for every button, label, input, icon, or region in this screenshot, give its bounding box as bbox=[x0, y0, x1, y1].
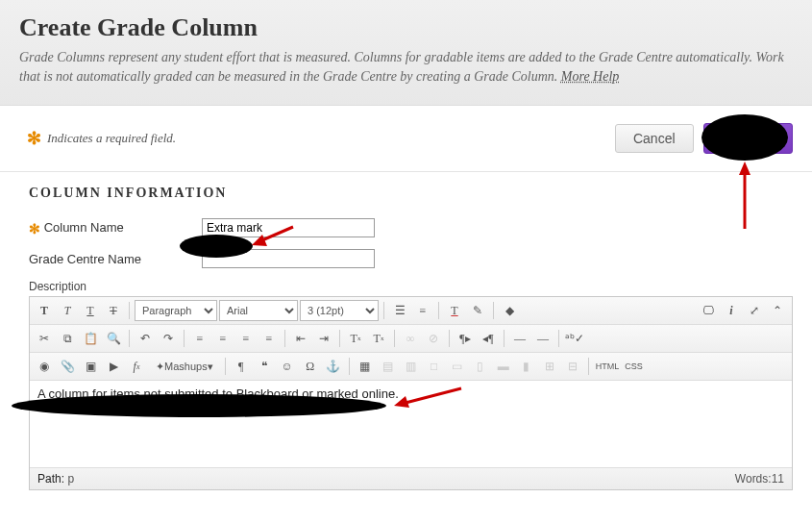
column-name-label-text: Column Name bbox=[44, 220, 124, 235]
attach-icon[interactable]: 📎 bbox=[57, 356, 78, 377]
find-icon[interactable]: 🔍 bbox=[103, 328, 124, 349]
paragraph-select[interactable]: Paragraph bbox=[135, 300, 217, 321]
rtl-icon[interactable]: ◂¶ bbox=[478, 328, 499, 349]
superscript-icon[interactable]: Tx bbox=[345, 328, 366, 349]
hr-icon[interactable]: — bbox=[509, 328, 530, 349]
table-insert-row-icon[interactable]: ▭ bbox=[447, 356, 468, 377]
table-icon[interactable]: ▦ bbox=[355, 356, 376, 377]
rich-text-editor: T T T T Paragraph Arial 3 (12pt) ☰ ≡ T ✎… bbox=[29, 296, 793, 490]
underline-icon[interactable]: T bbox=[80, 300, 101, 321]
text-color-icon[interactable]: T bbox=[444, 300, 465, 321]
size-select[interactable]: 3 (12pt) bbox=[300, 300, 379, 321]
align-right-icon[interactable]: ≡ bbox=[235, 328, 257, 349]
clear-format-icon[interactable]: ◆ bbox=[499, 300, 520, 321]
copy-icon[interactable]: ⧉ bbox=[57, 328, 78, 349]
quote-icon[interactable]: ❝ bbox=[254, 356, 275, 377]
nbsp-icon[interactable]: ― bbox=[532, 328, 554, 349]
info-icon[interactable]: i bbox=[721, 300, 742, 321]
mashups-button[interactable]: ✦ Mashups ▾ bbox=[149, 356, 220, 377]
path-label: Path: bbox=[37, 472, 64, 486]
grade-centre-name-label: Grade Centre Name bbox=[29, 252, 202, 266]
words-value: 11 bbox=[772, 472, 784, 486]
bullet-list-icon[interactable]: ☰ bbox=[389, 300, 410, 321]
italic-icon[interactable]: T bbox=[57, 300, 78, 321]
unlink-icon[interactable]: ⊘ bbox=[423, 328, 444, 349]
subscript-icon[interactable]: Tx bbox=[368, 328, 389, 349]
page-desc-text: Grade Columns represent any student effo… bbox=[19, 50, 784, 84]
number-list-icon[interactable]: ≡ bbox=[412, 300, 433, 321]
table-del-row-icon[interactable]: ▬ bbox=[493, 356, 514, 377]
collapse-icon[interactable]: ⌃ bbox=[767, 300, 788, 321]
more-help-link[interactable]: More Help bbox=[561, 69, 620, 84]
path-value: p bbox=[67, 472, 74, 486]
undo-icon[interactable]: ↶ bbox=[135, 328, 156, 349]
page-description: Grade Columns represent any student effo… bbox=[19, 48, 793, 86]
media-icon[interactable]: ▶ bbox=[103, 356, 124, 377]
fx-icon[interactable]: fx bbox=[126, 356, 147, 377]
description-label: Description bbox=[29, 280, 793, 293]
cut-icon[interactable]: ✂ bbox=[34, 328, 55, 349]
indent-left-icon[interactable]: ⇤ bbox=[290, 328, 311, 349]
table-merge-icon[interactable]: ⊞ bbox=[539, 356, 560, 377]
paste-icon[interactable]: 📋 bbox=[80, 328, 101, 349]
table-cell-icon[interactable]: □ bbox=[424, 356, 445, 377]
indent-right-icon[interactable]: ⇥ bbox=[313, 328, 334, 349]
required-star-icon: ✻ bbox=[27, 128, 41, 149]
column-name-label: ✻ Column Name bbox=[29, 220, 202, 237]
table-del-col-icon[interactable]: ▮ bbox=[516, 356, 537, 377]
spellcheck-icon[interactable]: ᵃᵇ✓ bbox=[564, 328, 585, 349]
image-icon[interactable]: ▣ bbox=[80, 356, 101, 377]
cancel-button[interactable]: Cancel bbox=[615, 124, 694, 153]
table-col-icon[interactable]: ▥ bbox=[401, 356, 422, 377]
page-title: Create Grade Column bbox=[19, 13, 793, 42]
words-label: Words: bbox=[735, 472, 772, 486]
table-split-icon[interactable]: ⊟ bbox=[562, 356, 583, 377]
redo-icon[interactable]: ↷ bbox=[158, 328, 179, 349]
required-star-icon: ✻ bbox=[29, 220, 40, 236]
link-icon[interactable]: ∞ bbox=[400, 328, 421, 349]
html-button[interactable]: HTML bbox=[594, 361, 622, 371]
smiley-icon[interactable]: ☺ bbox=[277, 356, 298, 377]
record-icon[interactable]: ◉ bbox=[34, 356, 55, 377]
required-note: Indicates a required field. bbox=[47, 131, 176, 146]
ltr-icon[interactable]: ¶▸ bbox=[455, 328, 476, 349]
submit-button[interactable]: Submit bbox=[703, 123, 793, 154]
description-textarea[interactable]: A column for items not submitted to Blac… bbox=[30, 381, 792, 467]
grade-centre-name-input[interactable] bbox=[202, 249, 375, 268]
preview-icon[interactable]: 🖵 bbox=[698, 300, 719, 321]
anchor-icon[interactable]: ⚓ bbox=[323, 356, 344, 377]
section-title: COLUMN INFORMATION bbox=[29, 186, 793, 201]
strike-icon[interactable]: T bbox=[103, 300, 124, 321]
pilcrow-icon[interactable]: ¶ bbox=[231, 356, 252, 377]
column-name-input[interactable] bbox=[202, 218, 375, 237]
highlight-icon[interactable]: ✎ bbox=[467, 300, 488, 321]
align-left-icon[interactable]: ≡ bbox=[189, 328, 210, 349]
table-insert-col-icon[interactable]: ▯ bbox=[470, 356, 491, 377]
font-select[interactable]: Arial bbox=[219, 300, 298, 321]
align-center-icon[interactable]: ≡ bbox=[212, 328, 234, 349]
table-row-icon[interactable]: ▤ bbox=[378, 356, 399, 377]
bold-icon[interactable]: T bbox=[34, 300, 55, 321]
css-button[interactable]: CSS bbox=[623, 361, 645, 371]
fullscreen-icon[interactable]: ⤢ bbox=[744, 300, 765, 321]
omega-icon[interactable]: Ω bbox=[300, 356, 321, 377]
align-justify-icon[interactable]: ≡ bbox=[258, 328, 280, 349]
